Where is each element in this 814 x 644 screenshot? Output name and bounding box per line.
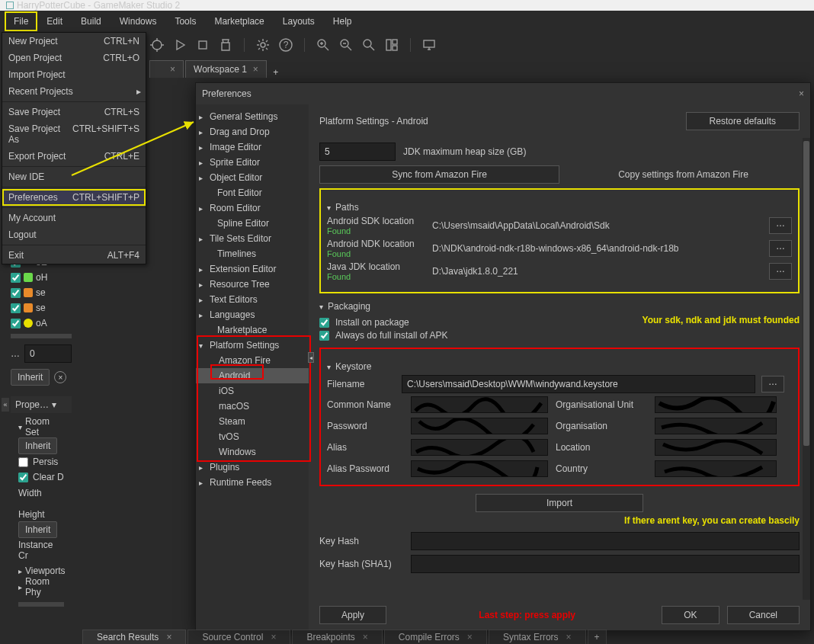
layout-icon[interactable] <box>384 37 399 53</box>
menu-preferences[interactable]: PreferencesCTRL+SHIFT+P <box>2 189 146 206</box>
panel-collapse-handle[interactable]: « <box>2 398 9 412</box>
menu-marketplace[interactable]: Marketplace <box>205 11 273 31</box>
workspace-tab-1[interactable]: Workspace 1× <box>185 60 267 78</box>
resource-row[interactable]: se <box>11 300 72 316</box>
org-unit-input[interactable] <box>655 396 777 413</box>
packaging-header[interactable]: Packaging <box>319 301 800 312</box>
scrollbar-horizontal[interactable] <box>18 602 64 607</box>
resource-row[interactable]: oH <box>11 270 72 285</box>
tree-object-editor[interactable]: Object Editor <box>196 170 309 185</box>
resource-checkbox[interactable] <box>11 319 21 328</box>
target-icon[interactable] <box>149 37 165 53</box>
tree-tvos[interactable]: tvOS <box>196 429 309 444</box>
zoom-out-icon[interactable] <box>338 37 354 53</box>
viewports-label[interactable]: Viewports <box>25 566 65 576</box>
full-install-apk-checkbox[interactable] <box>319 331 329 341</box>
tree-android[interactable]: Android <box>196 368 309 383</box>
browse-button[interactable]: … <box>769 240 792 257</box>
persist-checkbox[interactable] <box>18 457 28 467</box>
tree-macos[interactable]: macOS <box>196 399 309 414</box>
menu-layouts[interactable]: Layouts <box>274 11 324 31</box>
resource-row[interactable]: se <box>11 285 72 300</box>
room-physics-label[interactable]: Room Phy <box>25 576 64 598</box>
tab-breakpoints[interactable]: Breakpoints× <box>292 630 382 644</box>
menu-save-as[interactable]: Save Project AsCTRL+SHIFT+S <box>2 120 146 148</box>
tree-amazon-fire[interactable]: Amazon Fire <box>196 353 309 368</box>
tab-search-results[interactable]: Search Results× <box>82 630 186 644</box>
menu-export[interactable]: Export ProjectCTRL+E <box>2 148 146 165</box>
sync-amazon-fire-button[interactable]: Sync from Amazon Fire <box>319 165 559 184</box>
menu-file[interactable]: File <box>5 11 37 31</box>
menu-tools[interactable]: Tools <box>165 11 205 31</box>
tree-steam[interactable]: Steam <box>196 414 309 429</box>
properties-header[interactable]: Prope… <box>11 396 72 413</box>
menu-open-project[interactable]: Open ProjectCTRL+O <box>2 50 146 66</box>
restore-defaults-button[interactable]: Restore defaults <box>686 112 800 130</box>
apply-button[interactable]: Apply <box>319 606 386 624</box>
tree-spline-editor[interactable]: Spline Editor <box>196 216 309 231</box>
menu-my-account[interactable]: My Account <box>2 210 146 226</box>
value-input[interactable] <box>24 344 72 363</box>
organisation-input[interactable] <box>655 418 777 434</box>
tree-timelines[interactable]: Timelines <box>196 246 309 261</box>
menu-import-project[interactable]: Import Project <box>2 66 146 83</box>
tree-platform-settings[interactable]: Platform Settings <box>196 338 309 353</box>
heap-size-input[interactable] <box>319 143 396 161</box>
inherit-button[interactable]: Inherit <box>11 369 50 386</box>
tree-ios[interactable]: iOS <box>196 383 309 399</box>
resource-checkbox[interactable] <box>11 303 21 313</box>
menu-logout[interactable]: Logout <box>2 226 146 243</box>
tree-languages[interactable]: Languages <box>196 307 309 322</box>
ok-button[interactable]: OK <box>662 606 719 624</box>
tree-runtime-feeds[interactable]: Runtime Feeds <box>196 475 309 490</box>
close-icon[interactable]: × <box>170 64 175 75</box>
tree-resource-tree[interactable]: Resource Tree <box>196 277 309 292</box>
clean-icon[interactable] <box>218 37 233 53</box>
menu-exit[interactable]: ExitALT+F4 <box>2 247 146 264</box>
resource-checkbox[interactable] <box>11 288 21 298</box>
browse-button[interactable]: … <box>761 376 784 392</box>
stop-icon[interactable] <box>195 37 210 53</box>
gear-icon[interactable] <box>255 37 271 53</box>
menu-recent-projects[interactable]: Recent Projects <box>2 83 146 100</box>
help-icon[interactable]: ? <box>278 37 293 53</box>
close-icon[interactable]: × <box>799 88 804 99</box>
tree-extension-editor[interactable]: Extension Editor <box>196 261 309 277</box>
country-input[interactable] <box>655 460 777 477</box>
inherit-button[interactable]: Inherit <box>18 521 57 538</box>
tree-windows[interactable]: Windows <box>196 444 309 460</box>
close-icon[interactable]: × <box>363 632 368 642</box>
clear-display-checkbox[interactable] <box>18 473 28 482</box>
clear-icon[interactable]: × <box>54 371 66 383</box>
browse-button[interactable]: … <box>769 217 792 234</box>
tab-compile-errors[interactable]: Compile Errors× <box>384 630 487 644</box>
tree-drag-and-drop[interactable]: Drag and Drop <box>196 124 309 139</box>
alias-input[interactable] <box>411 439 548 456</box>
common-name-input[interactable] <box>411 396 548 413</box>
menu-save[interactable]: Save ProjectCTRL+S <box>2 104 146 120</box>
location-input[interactable] <box>655 439 777 456</box>
tree-tile-sets-editor[interactable]: Tile Sets Editor <box>196 231 309 246</box>
resource-checkbox[interactable] <box>11 273 21 283</box>
menu-new-ide[interactable]: New IDE <box>2 168 146 185</box>
scrollbar-horizontal[interactable] <box>11 334 72 338</box>
tree-collapse-handle[interactable]: ◂ <box>308 352 314 363</box>
password-input[interactable] <box>411 418 548 434</box>
inherit-button[interactable]: Inherit <box>18 437 57 454</box>
browse-button[interactable]: … <box>769 263 792 280</box>
menu-new-project[interactable]: New ProjectCTRL+N <box>2 33 146 50</box>
close-icon[interactable]: × <box>253 64 258 75</box>
tree-text-editors[interactable]: Text Editors <box>196 292 309 307</box>
cancel-button[interactable]: Cancel <box>727 606 800 624</box>
key-hash-sha1-input[interactable] <box>411 555 800 573</box>
add-output-tab[interactable]: + <box>588 630 607 644</box>
close-icon[interactable]: × <box>166 632 171 642</box>
import-button[interactable]: Import <box>476 494 643 512</box>
keystore-filename-input[interactable] <box>402 375 755 393</box>
scrollbar-vertical[interactable] <box>803 141 809 446</box>
tree-image-editor[interactable]: Image Editor <box>196 139 309 155</box>
tree-font-editor[interactable]: Font Editor <box>196 185 309 200</box>
zoom-in-icon[interactable] <box>316 37 331 53</box>
workspace-tab-0[interactable]: × <box>149 60 184 78</box>
menu-edit[interactable]: Edit <box>37 11 72 31</box>
